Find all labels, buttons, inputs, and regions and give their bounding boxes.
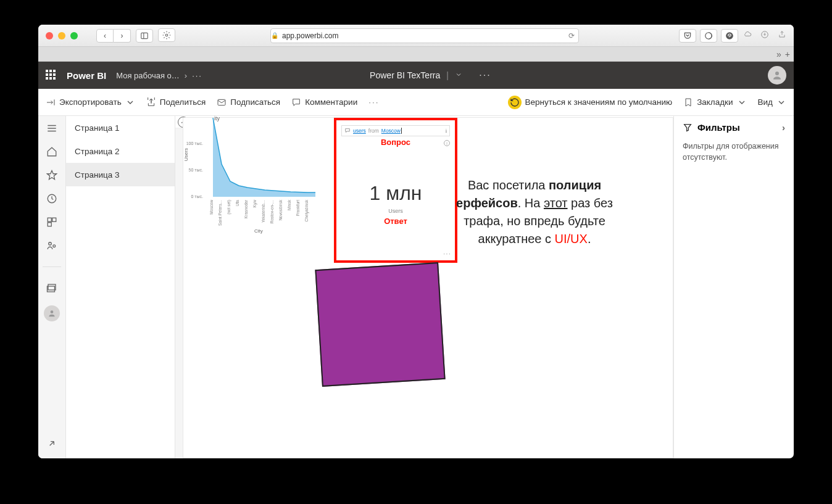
report-title-center: Power BI TexTerra | xyxy=(370,70,462,80)
svg-rect-13 xyxy=(52,218,56,221)
comments-button[interactable]: Комментарии xyxy=(291,97,357,107)
action-bar-more-button[interactable]: ··· xyxy=(368,97,379,107)
purple-shape[interactable] xyxy=(315,262,445,387)
svg-point-19 xyxy=(51,310,54,313)
report-title-text: Power BI TexTerra xyxy=(370,70,440,80)
user-avatar[interactable] xyxy=(768,66,786,85)
svg-text:Ufa: Ufa xyxy=(235,200,239,207)
url-text: app.powerbi.com xyxy=(282,31,338,40)
chevron-right-icon: › xyxy=(185,71,187,80)
chevron-down-icon xyxy=(776,97,786,107)
svg-text:Kyiv: Kyiv xyxy=(252,199,257,207)
svg-point-2 xyxy=(165,34,168,36)
report-dropdown-button[interactable] xyxy=(455,70,462,80)
svg-text:Saint Peters…: Saint Peters… xyxy=(218,200,222,226)
filter-icon xyxy=(683,123,693,133)
svg-text:Rostov-on-…: Rostov-on-… xyxy=(270,200,274,223)
filters-pane: Фильтры › Фильтры для отображения отсутс… xyxy=(673,116,794,458)
window-controls xyxy=(46,32,78,39)
qa-answer-label: Ответ xyxy=(336,217,455,226)
filters-empty-text: Фильтры для отображения отсутствуют. xyxy=(683,141,785,163)
app-launcher-icon[interactable] xyxy=(46,70,57,81)
canvas-wrapper: ← ity Users 0 тыс. 50 тыс. 100 тыс. xyxy=(175,116,673,458)
overlay-meme-text: Вас посетила полиция ерфейсов. На этот р… xyxy=(455,176,614,248)
report-canvas[interactable]: ity Users 0 тыс. 50 тыс. 100 тыс. Moscow xyxy=(183,117,673,458)
nav-back-button[interactable]: ‹ xyxy=(96,29,114,43)
page-list: Страница 1 Страница 2 Страница 3 xyxy=(66,116,175,458)
svg-rect-14 xyxy=(48,223,51,226)
bookmarks-button[interactable]: Закладки xyxy=(683,97,746,107)
svg-text:100 тыс.: 100 тыс. xyxy=(186,141,203,146)
subscribe-button[interactable]: Подписаться xyxy=(217,97,280,107)
header-more-button[interactable]: ··· xyxy=(479,70,491,81)
svg-text:0 тыс.: 0 тыс. xyxy=(191,194,203,199)
extension-button-1[interactable] xyxy=(700,29,717,43)
qa-answer-sub: Users xyxy=(336,208,455,214)
svg-text:Minsk: Minsk xyxy=(287,199,291,210)
chart-title: ity xyxy=(214,116,220,122)
workspace-name[interactable]: Моя рабочая о… xyxy=(116,71,180,80)
svg-text:Krasnodar: Krasnodar xyxy=(244,199,248,218)
chart-x-label: City xyxy=(254,228,263,234)
qa-answer-value: 1 млн xyxy=(336,182,455,205)
svg-point-16 xyxy=(53,245,56,247)
page-tab-1[interactable]: Страница 1 xyxy=(66,116,175,139)
page-tab-2[interactable]: Страница 2 xyxy=(66,139,175,163)
svg-rect-7 xyxy=(218,99,225,105)
apps-icon[interactable] xyxy=(46,216,58,228)
minimize-window-button[interactable] xyxy=(58,32,65,39)
workspaces-icon[interactable] xyxy=(46,282,58,294)
sidebar-toggle-button[interactable] xyxy=(136,29,153,43)
view-button[interactable]: Вид xyxy=(758,97,786,107)
tab-strip: » + xyxy=(38,47,794,62)
pocket-button[interactable] xyxy=(679,29,696,43)
shared-icon[interactable] xyxy=(46,239,58,252)
settings-button[interactable] xyxy=(158,28,175,42)
share-icon[interactable] xyxy=(778,30,786,41)
menu-icon[interactable] xyxy=(46,122,58,134)
left-rail xyxy=(38,116,66,458)
export-button[interactable]: Экспортировать xyxy=(46,97,135,107)
filters-title: Фильтры xyxy=(697,122,740,133)
safari-window: ‹ › 🔒 app.powerbi.com ⟳ xyxy=(38,25,794,458)
page-tab-3[interactable]: Страница 3 xyxy=(66,163,175,186)
reset-icon xyxy=(508,96,522,109)
chevron-down-icon xyxy=(125,97,135,107)
downloads-icon[interactable] xyxy=(760,30,769,41)
qa-more-button[interactable]: ··· xyxy=(443,249,451,258)
users-by-city-chart[interactable]: ity Users 0 тыс. 50 тыс. 100 тыс. Moscow xyxy=(183,118,322,241)
info-icon[interactable]: i xyxy=(446,128,447,134)
qa-question-label: Вопрос xyxy=(336,138,455,147)
svg-rect-12 xyxy=(48,218,51,221)
get-data-icon[interactable] xyxy=(46,437,58,450)
chevron-down-icon xyxy=(737,97,747,107)
recent-icon[interactable] xyxy=(46,192,58,205)
browser-toolbar: ‹ › 🔒 app.powerbi.com ⟳ xyxy=(38,25,794,47)
svg-text:Novosibirsk: Novosibirsk xyxy=(278,199,283,220)
svg-rect-0 xyxy=(141,33,148,38)
workspace-avatar-icon[interactable] xyxy=(44,305,60,321)
collapse-filters-button[interactable]: › xyxy=(782,122,785,133)
maximize-window-button[interactable] xyxy=(70,32,78,39)
qa-visual[interactable]: users from Moscow i Вопрос i 1 млн Users… xyxy=(334,118,457,263)
breadcrumb: Моя рабочая о… › ··· xyxy=(116,71,202,80)
breadcrumb-more-button[interactable]: ··· xyxy=(192,71,202,80)
url-bar[interactable]: 🔒 app.powerbi.com ⟳ xyxy=(270,28,579,43)
svg-text:Yekaterinb…: Yekaterinb… xyxy=(261,200,265,223)
tabs-overflow-button[interactable]: » xyxy=(776,49,781,59)
action-bar: Экспортировать Поделиться Подписаться Ко… xyxy=(38,89,794,116)
share-button[interactable]: Поделиться xyxy=(146,97,206,107)
pinterest-button[interactable] xyxy=(721,29,738,43)
close-window-button[interactable] xyxy=(46,32,53,39)
nav-forward-button[interactable]: › xyxy=(114,29,131,43)
favorites-icon[interactable] xyxy=(46,169,58,181)
svg-text:Moscow: Moscow xyxy=(209,200,214,215)
new-tab-button[interactable]: + xyxy=(785,49,790,59)
refresh-icon[interactable]: ⟳ xyxy=(568,31,578,40)
reset-button[interactable]: Вернуться к значениям по умолчанию xyxy=(508,96,673,109)
svg-text:Chelyabinsk: Chelyabinsk xyxy=(304,199,309,221)
icloud-icon[interactable] xyxy=(743,30,752,41)
home-icon[interactable] xyxy=(46,146,58,158)
qa-info-icon[interactable]: i xyxy=(444,140,450,146)
qa-input[interactable]: users from Moscow i xyxy=(341,125,450,136)
